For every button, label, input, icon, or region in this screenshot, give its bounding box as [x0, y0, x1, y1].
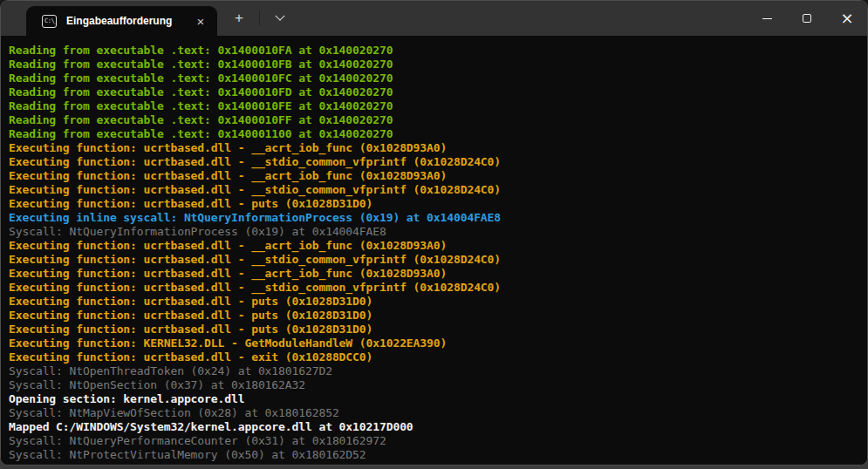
tab-title: Eingabeaufforderung	[66, 15, 189, 27]
terminal-line: Executing function: ucrtbased.dll - __ac…	[9, 239, 867, 253]
terminal-line: Syscall: NtProtectVirtualMemory (0x50) a…	[9, 448, 867, 462]
title-bar: C:\_ Eingabeaufforderung × + ×	[1, 1, 867, 36]
terminal-line: Reading from executable .text: 0x1400010…	[9, 113, 867, 127]
titlebar-divider	[259, 10, 260, 26]
close-button[interactable]: ×	[827, 1, 867, 36]
terminal-line: Reading from executable .text: 0x1400010…	[9, 99, 867, 113]
terminal-line: Executing function: ucrtbased.dll - __ac…	[9, 141, 867, 155]
terminal-line: Syscall: NtQueryPerformanceCounter (0x31…	[9, 434, 867, 448]
minimize-button[interactable]	[747, 1, 787, 36]
terminal-line: Reading from executable .text: 0x1400010…	[9, 58, 867, 71]
terminal-line: Executing function: ucrtbased.dll - __st…	[9, 183, 867, 197]
terminal-line: Syscall: NtOpenSection (0x37) at 0x18016…	[9, 378, 867, 392]
terminal-line: Mapped C:/WINDOWS/System32/kernel.appcor…	[9, 420, 867, 434]
titlebar-drag-area[interactable]	[296, 1, 747, 36]
maximize-icon	[803, 14, 811, 23]
maximize-button[interactable]	[787, 1, 827, 36]
terminal-line: Executing function: ucrtbased.dll - exit…	[9, 350, 867, 364]
tab-dropdown-button[interactable]	[264, 3, 296, 33]
terminal-line: Executing function: ucrtbased.dll - puts…	[9, 197, 867, 211]
terminal-line: Syscall: NtOpenThreadToken (0x24) at 0x1…	[9, 364, 867, 378]
terminal-line: Reading from executable .text: 0x1400010…	[9, 44, 867, 58]
terminal-line: Executing inline syscall: NtQueryInforma…	[9, 211, 867, 225]
terminal-line: Executing function: ucrtbased.dll - __st…	[9, 281, 867, 295]
terminal-line: Executing function: ucrtbased.dll - puts…	[9, 295, 867, 309]
chevron-down-icon	[275, 11, 284, 21]
terminal-line: Executing function: ucrtbased.dll - __st…	[9, 155, 867, 169]
terminal-line: Executing function: ucrtbased.dll - puts…	[9, 309, 867, 323]
terminal-window: C:\_ Eingabeaufforderung × + × Reading f…	[0, 0, 868, 466]
tab-close-icon[interactable]: ×	[189, 10, 212, 31]
tab-eingabeaufforderung[interactable]: C:\_ Eingabeaufforderung ×	[26, 6, 217, 36]
new-tab-button[interactable]: +	[223, 3, 255, 33]
close-icon: ×	[840, 10, 853, 26]
terminal-line: Reading from executable .text: 0x1400010…	[9, 71, 867, 85]
terminal-line: Reading from executable .text: 0x1400011…	[9, 127, 867, 141]
cmd-prompt-icon: C:\_	[42, 15, 57, 28]
terminal-line: Syscall: NtQueryInformationProcess (0x19…	[9, 225, 867, 239]
minimize-icon	[762, 18, 772, 19]
terminal-line: Opening section: kernel.appcore.dll	[9, 392, 867, 406]
terminal-output[interactable]: Reading from executable .text: 0x1400010…	[1, 36, 867, 466]
terminal-line: Executing function: KERNEL32.DLL - GetMo…	[9, 336, 867, 350]
terminal-line: Syscall: NtMapViewOfSection (0x28) at 0x…	[9, 406, 867, 420]
terminal-line: Executing function: ucrtbased.dll - puts…	[9, 323, 867, 336]
terminal-line: Reading from executable .text: 0x1400010…	[9, 85, 867, 99]
terminal-line: Executing function: ucrtbased.dll - __ac…	[9, 267, 867, 281]
terminal-line: Executing function: ucrtbased.dll - __ac…	[9, 169, 867, 183]
terminal-line: Executing function: ucrtbased.dll - __st…	[9, 253, 867, 267]
